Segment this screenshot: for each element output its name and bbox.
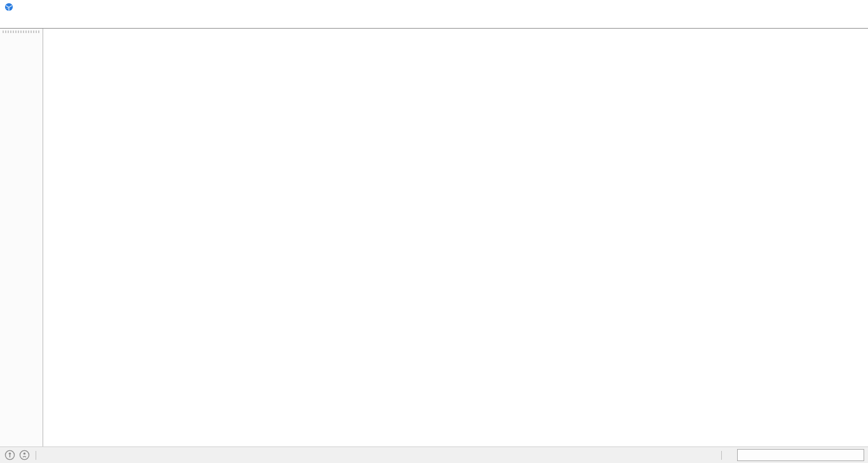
- status-bar: [0, 446, 868, 463]
- statusbar-divider: [36, 451, 36, 460]
- credits-icon[interactable]: [19, 450, 30, 460]
- large-tool-set-toolbar: [0, 29, 43, 446]
- sketchup-logo-icon: [4, 3, 13, 11]
- statusbar-divider-2: [721, 451, 722, 460]
- 3d-viewport[interactable]: [43, 29, 868, 446]
- title-bar: [0, 0, 868, 14]
- measurements-input[interactable]: [737, 449, 864, 461]
- geolocation-icon[interactable]: [4, 450, 15, 460]
- menu-bar: [0, 14, 868, 29]
- sketchup-window: [0, 0, 868, 463]
- model-scene[interactable]: [43, 29, 868, 446]
- toolbar-grip[interactable]: [3, 31, 40, 33]
